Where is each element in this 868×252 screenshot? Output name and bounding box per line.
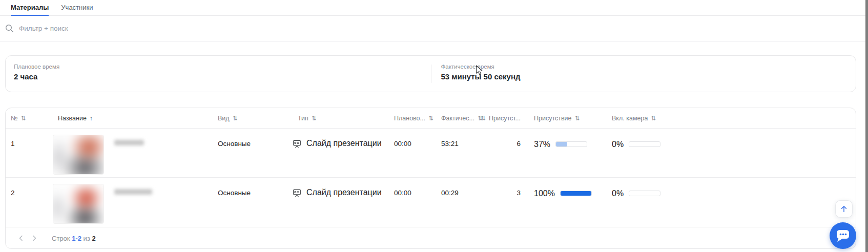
slide-thumbnail[interactable] xyxy=(53,135,104,175)
column-header-presence-label: Присутствие xyxy=(534,115,572,122)
time-summary-card: Плановое время 2 часа Фактическое время … xyxy=(5,55,856,92)
material-name-redacted xyxy=(114,140,144,145)
sort-icon[interactable]: ⇅ xyxy=(428,115,433,122)
vertical-scrollbar[interactable] xyxy=(865,0,868,252)
sort-icon[interactable]: ⇅ xyxy=(481,115,486,122)
camera-percent: 0% xyxy=(612,189,624,198)
camera-progress-bar xyxy=(629,191,660,196)
column-header-camera[interactable]: Вкл. камера ⇅ xyxy=(607,108,856,128)
table-row[interactable]: 2 Основные Слайд презентации 00:00 00:29… xyxy=(6,178,856,227)
present-count-cell: 6 xyxy=(485,129,522,177)
sort-icon[interactable]: ⇅ xyxy=(20,115,26,122)
type-cell: Слайд презентации xyxy=(293,178,389,227)
presence-percent: 37% xyxy=(534,140,550,149)
planned-time-cell: 00:00 xyxy=(389,129,436,177)
actual-time-cell: 00:29 xyxy=(436,178,485,227)
actual-time-value: 53 минуты 50 секунд xyxy=(441,72,856,81)
kind-cell: Основные xyxy=(213,129,293,177)
type-label: Слайд презентации xyxy=(306,188,382,197)
tab-bar: Материалы Участники xyxy=(0,0,868,16)
column-header-num[interactable]: № ⇅ xyxy=(6,108,53,128)
column-header-planned-label: Планово... xyxy=(394,115,425,122)
column-header-presence[interactable]: Присутствие ⇅ xyxy=(522,108,607,128)
sort-icon[interactable]: ⇅ xyxy=(312,115,317,122)
slide-thumbnail[interactable] xyxy=(53,184,104,224)
filter-search-bar xyxy=(0,16,868,41)
materials-table: № ⇅ Название ↑ Вид ⇅ Тип ⇅ Планово... ⇅ … xyxy=(5,108,856,249)
presence-percent: 100% xyxy=(534,189,555,198)
material-name-cell xyxy=(53,129,213,177)
column-header-planned[interactable]: Планово... ⇅ xyxy=(389,108,436,128)
chat-button[interactable] xyxy=(830,222,856,249)
presence-progress-fill xyxy=(556,142,567,146)
chat-icon xyxy=(835,228,851,243)
column-header-num-label: № xyxy=(11,115,17,122)
kind-cell: Основные xyxy=(213,178,293,227)
column-header-name-label: Название xyxy=(58,115,87,122)
pagination-summary: Строк 1-2 из 2 xyxy=(52,235,96,242)
actual-time-label: Фактическое время xyxy=(441,64,856,70)
rows-label: Строк xyxy=(52,235,70,242)
column-header-actual[interactable]: Фактичес... ⇅ xyxy=(436,108,485,128)
pagination-bar: Строк 1-2 из 2 xyxy=(6,227,856,249)
presentation-icon xyxy=(293,139,301,148)
presence-progress-fill xyxy=(561,191,591,196)
type-label: Слайд презентации xyxy=(306,139,382,148)
column-header-type[interactable]: Тип ⇅ xyxy=(293,108,389,128)
row-number: 2 xyxy=(6,178,53,227)
sort-icon[interactable]: ⇅ xyxy=(575,115,580,122)
camera-progress-bar xyxy=(629,141,660,147)
sort-asc-icon[interactable]: ↑ xyxy=(90,115,93,122)
scroll-to-top-button[interactable] xyxy=(835,200,853,218)
camera-percent: 0% xyxy=(612,140,624,149)
sort-icon[interactable]: ⇅ xyxy=(233,115,238,122)
tab-participants[interactable]: Участники xyxy=(61,0,93,16)
material-name-cell xyxy=(53,178,213,227)
rows-range: 1-2 xyxy=(72,235,81,242)
material-name-redacted xyxy=(114,189,152,195)
column-header-actual-label: Фактичес... xyxy=(441,115,474,122)
actual-time-cell: 53:21 xyxy=(436,129,485,177)
chevron-right-icon[interactable] xyxy=(30,234,38,242)
planned-time-cell: 00:00 xyxy=(389,178,436,227)
sort-icon[interactable]: ⇅ xyxy=(651,115,656,122)
column-header-name[interactable]: Название ↑ xyxy=(53,108,213,128)
presence-progress-bar xyxy=(555,141,587,147)
present-count-cell: 3 xyxy=(485,178,522,227)
table-header-row: № ⇅ Название ↑ Вид ⇅ Тип ⇅ Планово... ⇅ … xyxy=(6,108,856,129)
column-header-type-label: Тип xyxy=(298,115,308,122)
row-number: 1 xyxy=(6,129,53,177)
planned-time-label: Плановое время xyxy=(14,64,431,70)
summary-divider xyxy=(431,65,431,83)
presence-cell: 100% xyxy=(522,178,607,227)
camera-cell: 0% xyxy=(607,178,856,227)
rows-total: 2 xyxy=(92,235,95,242)
of-label: из xyxy=(84,235,90,242)
search-input[interactable] xyxy=(19,25,326,32)
table-row[interactable]: 1 Основные Слайд презентации 00:00 53:21… xyxy=(6,129,856,178)
arrow-up-icon xyxy=(840,205,848,213)
planned-time-value: 2 часа xyxy=(14,72,431,81)
planned-time-block: Плановое время 2 часа xyxy=(6,56,431,92)
actual-time-block: Фактическое время 53 минуты 50 секунд xyxy=(431,56,856,92)
search-icon xyxy=(5,24,14,33)
column-header-present-label: Присутст... xyxy=(489,115,521,122)
column-header-kind-label: Вид xyxy=(218,115,230,122)
tab-materials[interactable]: Материалы xyxy=(11,0,49,16)
presence-progress-bar xyxy=(560,191,592,196)
column-header-camera-label: Вкл. камера xyxy=(612,115,648,122)
camera-cell: 0% xyxy=(607,129,856,177)
type-cell: Слайд презентации xyxy=(293,129,389,177)
presence-cell: 37% xyxy=(522,129,607,177)
chevron-left-icon[interactable] xyxy=(17,234,25,242)
presentation-icon xyxy=(293,188,301,197)
column-header-kind[interactable]: Вид ⇅ xyxy=(213,108,293,128)
column-header-present[interactable]: ⇅ Присутст... xyxy=(485,108,522,128)
